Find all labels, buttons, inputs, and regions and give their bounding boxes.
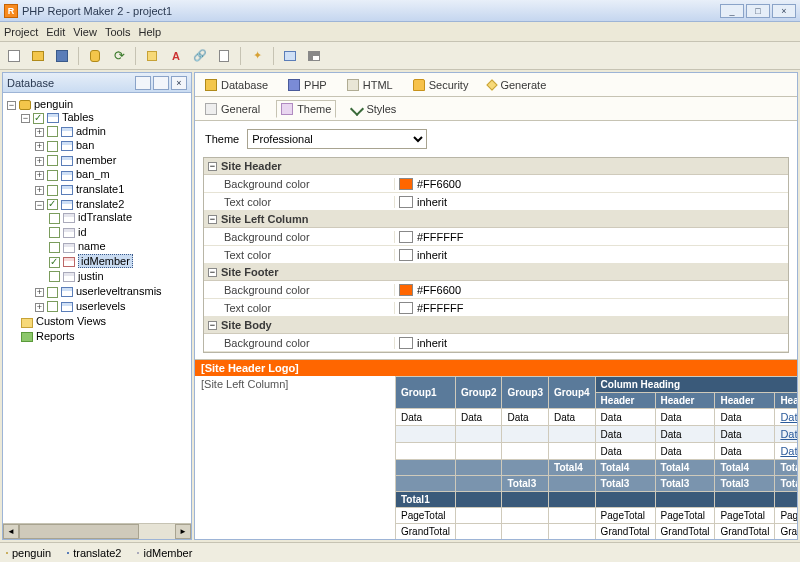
tree-field[interactable]: name	[78, 240, 106, 252]
tree-customviews[interactable]: Custom Views	[36, 315, 106, 327]
checkbox[interactable]	[47, 155, 58, 166]
checkbox[interactable]	[49, 227, 60, 238]
checkbox[interactable]	[49, 242, 60, 253]
prop-group[interactable]: −Site Left Column	[204, 211, 788, 228]
tree-table[interactable]: ban	[76, 139, 94, 151]
sidebar-btn2[interactable]	[153, 76, 169, 90]
toolbar-db-icon[interactable]	[85, 46, 105, 66]
tree[interactable]: −penguin −Tables +admin+ban+member+ban_m…	[3, 93, 191, 523]
collapse-icon[interactable]: −	[208, 215, 217, 224]
color-swatch[interactable]	[399, 284, 413, 296]
prop-group[interactable]: −Site Header	[204, 158, 788, 175]
tree-table[interactable]: userlevels	[76, 300, 126, 312]
toolbar-edit-icon[interactable]	[142, 46, 162, 66]
prop-group[interactable]: −Site Body	[204, 317, 788, 334]
checkbox[interactable]	[47, 287, 58, 298]
toolbar-save-icon[interactable]	[52, 46, 72, 66]
tree-reports[interactable]: Reports	[36, 330, 75, 342]
sidebar-hscroll[interactable]: ◄ ►	[3, 523, 191, 539]
checkbox[interactable]	[47, 126, 58, 137]
toolbar-link-icon[interactable]: 🔗	[190, 46, 210, 66]
twisty-icon[interactable]: +	[35, 157, 44, 166]
prop-row[interactable]: Text colorinherit	[204, 193, 788, 211]
menu-edit[interactable]: Edit	[46, 26, 65, 38]
collapse-icon[interactable]: −	[208, 268, 217, 277]
tree-table[interactable]: admin	[76, 125, 106, 137]
tab-security[interactable]: Security	[409, 77, 473, 93]
subtab-styles[interactable]: Styles	[348, 101, 400, 117]
tree-db[interactable]: penguin	[34, 98, 73, 110]
checkbox[interactable]	[33, 113, 44, 124]
sidebar-btn1[interactable]	[135, 76, 151, 90]
tree-table[interactable]: userleveltransmis	[76, 285, 162, 297]
toolbar-doc-icon[interactable]	[214, 46, 234, 66]
twisty-icon[interactable]: −	[35, 201, 44, 210]
twisty-icon[interactable]: +	[35, 128, 44, 137]
close-button[interactable]: ×	[772, 4, 796, 18]
tree-field[interactable]: id	[78, 226, 87, 238]
tree-field[interactable]: idMember	[78, 254, 133, 268]
prop-row[interactable]: Text color#FFFFFF	[204, 299, 788, 317]
toolbar-gen-icon[interactable]: ✦	[247, 46, 267, 66]
color-swatch[interactable]	[399, 302, 413, 314]
color-swatch[interactable]	[399, 249, 413, 261]
toolbar-sync-icon[interactable]: ⟳	[109, 46, 129, 66]
theme-select[interactable]: Professional	[247, 129, 427, 149]
prop-row[interactable]: Background color#FF6600	[204, 281, 788, 299]
tab-php[interactable]: PHP	[284, 77, 331, 93]
tree-field[interactable]: justin	[78, 270, 104, 282]
prop-row[interactable]: Background colorinherit	[204, 334, 788, 352]
checkbox[interactable]	[49, 257, 60, 268]
collapse-icon[interactable]: −	[208, 162, 217, 171]
property-grid[interactable]: −Site HeaderBackground color#FF6600Text …	[203, 157, 789, 353]
data-link[interactable]: Data	[780, 445, 797, 457]
preview-table[interactable]: Group1Group2Group3Group4Column HeadingHe…	[395, 376, 797, 539]
twisty-icon[interactable]: +	[35, 288, 44, 297]
toolbar-grid-icon[interactable]	[304, 46, 324, 66]
data-link[interactable]: Data	[780, 411, 797, 423]
checkbox[interactable]	[47, 301, 58, 312]
color-swatch[interactable]	[399, 178, 413, 190]
menu-tools[interactable]: Tools	[105, 26, 131, 38]
color-swatch[interactable]	[399, 231, 413, 243]
collapse-icon[interactable]: −	[208, 321, 217, 330]
scroll-right-icon[interactable]: ►	[175, 524, 191, 539]
toolbar-font-icon[interactable]: A	[166, 46, 186, 66]
color-swatch[interactable]	[399, 196, 413, 208]
twisty-icon[interactable]: +	[35, 303, 44, 312]
prop-row[interactable]: Background color#FFFFFF	[204, 228, 788, 246]
prop-row[interactable]: Text colorinherit	[204, 352, 788, 353]
checkbox[interactable]	[47, 199, 58, 210]
maximize-button[interactable]: □	[746, 4, 770, 18]
twisty-icon[interactable]: +	[35, 171, 44, 180]
twisty-icon[interactable]: +	[35, 186, 44, 195]
toolbar-new-icon[interactable]	[4, 46, 24, 66]
data-link[interactable]: Data	[780, 428, 797, 440]
checkbox[interactable]	[47, 185, 58, 196]
tree-table[interactable]: member	[76, 154, 116, 166]
checkbox[interactable]	[47, 141, 58, 152]
toolbar-open-icon[interactable]	[28, 46, 48, 66]
twisty-icon[interactable]: −	[7, 101, 16, 110]
menu-project[interactable]: Project	[4, 26, 38, 38]
minimize-button[interactable]: _	[720, 4, 744, 18]
prop-row[interactable]: Background color#FF6600	[204, 175, 788, 193]
sidebar-close-icon[interactable]: ×	[171, 76, 187, 90]
subtab-theme[interactable]: Theme	[276, 100, 336, 118]
tree-table[interactable]: translate2	[76, 198, 124, 210]
tab-database[interactable]: Database	[201, 77, 272, 93]
menu-help[interactable]: Help	[139, 26, 162, 38]
prop-row[interactable]: Text colorinherit	[204, 246, 788, 264]
tree-table[interactable]: ban_m	[76, 168, 110, 180]
prop-group[interactable]: −Site Footer	[204, 264, 788, 281]
checkbox[interactable]	[49, 271, 60, 282]
tree-field[interactable]: idTranslate	[78, 211, 132, 223]
twisty-icon[interactable]: +	[35, 142, 44, 151]
scroll-left-icon[interactable]: ◄	[3, 524, 19, 539]
menu-view[interactable]: View	[73, 26, 97, 38]
twisty-icon[interactable]: −	[21, 114, 30, 123]
subtab-general[interactable]: General	[201, 101, 264, 117]
checkbox[interactable]	[49, 213, 60, 224]
tree-table[interactable]: translate1	[76, 183, 124, 195]
tab-generate[interactable]: Generate	[484, 77, 550, 93]
